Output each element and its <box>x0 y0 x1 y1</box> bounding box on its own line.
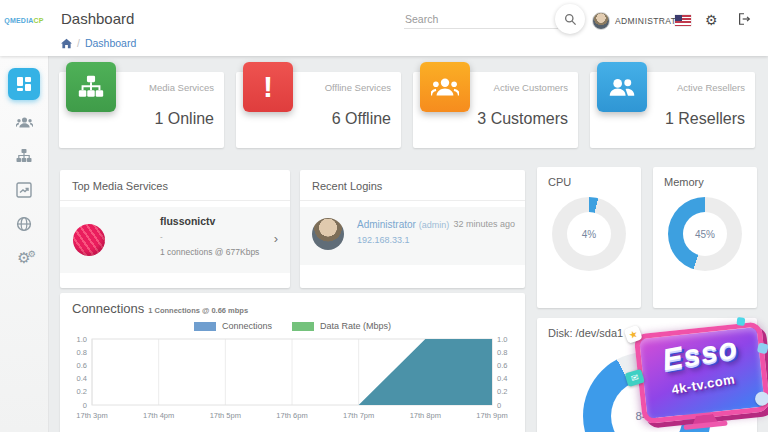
svg-text:0.6: 0.6 <box>497 361 507 370</box>
sidebar-item-network[interactable] <box>8 208 40 240</box>
panel-title: CPU <box>548 176 571 188</box>
legend-swatch-connections <box>194 322 216 331</box>
svg-text:0.4: 0.4 <box>497 374 507 383</box>
brand-primary: QMEDIA <box>4 17 33 24</box>
cpu-percent: 4% <box>552 197 626 271</box>
panel-title: Disk: /dev/sda1 <box>548 327 623 339</box>
top-media-services-panel: Top Media Services flussonictv - 1 conne… <box>60 170 290 288</box>
exclamation-icon: ! <box>243 62 293 112</box>
search-input[interactable] <box>404 10 558 29</box>
panel-title: Recent Logins <box>300 170 525 201</box>
login-time: 32 minutes ago <box>453 219 515 229</box>
svg-text:0.6: 0.6 <box>77 361 87 370</box>
legend-swatch-data-rate <box>292 322 314 331</box>
svg-text:1.0: 1.0 <box>77 335 87 344</box>
stat-label: Active Customers <box>494 82 568 93</box>
svg-text:17th 7pm: 17th 7pm <box>343 411 374 420</box>
legend-label: Data Rate (Mbps) <box>320 321 391 331</box>
flag-canton <box>675 15 682 21</box>
legend-item-connections[interactable]: Connections <box>194 321 272 331</box>
dashboard-app: QMEDIACP Dashboard / Dashboard ADMINISTR… <box>0 0 768 432</box>
sitemap-icon <box>16 148 32 164</box>
page-title: Dashboard <box>61 10 134 27</box>
svg-text:17th 5pm: 17th 5pm <box>210 411 241 420</box>
svg-text:1.0: 1.0 <box>497 335 507 344</box>
watermark-tv-base <box>683 420 727 430</box>
memory-panel: Memory 45% <box>653 167 757 308</box>
panel-title: Top Media Services <box>60 170 290 201</box>
search-button[interactable] <box>555 4 585 34</box>
svg-text:17th 4pm: 17th 4pm <box>143 411 174 420</box>
svg-text:0.2: 0.2 <box>497 387 507 396</box>
stat-card-active-resellers[interactable]: Active Resellers 1 Resellers <box>590 72 755 148</box>
svg-text:0.8: 0.8 <box>497 348 507 357</box>
stat-card-media-services[interactable]: Media Services 1 Online <box>59 72 224 148</box>
settings-gear-icon[interactable]: ⚙ <box>705 12 718 28</box>
login-user-name: Administrator <box>357 219 416 230</box>
connections-title: Connections <box>72 301 144 316</box>
sidebar-nav: ⚙⚙ <box>0 56 49 432</box>
recent-logins-panel: Recent Logins Administrator (admin) 192.… <box>300 170 525 288</box>
stat-value: 3 Customers <box>477 110 568 128</box>
chart-legend: Connections Data Rate (Mbps) <box>60 321 525 331</box>
svg-text:0.4: 0.4 <box>77 374 87 383</box>
svg-text:17th 8pm: 17th 8pm <box>410 411 441 420</box>
users-group-icon <box>420 62 470 112</box>
dashboard-grid-icon <box>16 76 32 92</box>
connections-panel: Connections1 Connections @ 0.66 mbps Con… <box>60 293 525 432</box>
panel-title: Memory <box>664 176 704 188</box>
breadcrumb: / Dashboard <box>61 37 136 49</box>
stat-card-active-customers[interactable]: Active Customers 3 Customers <box>413 72 578 148</box>
gears-icon: ⚙⚙ <box>17 251 30 266</box>
stat-card-offline-services[interactable]: ! Offline Services 6 Offline <box>236 72 401 148</box>
stat-value: 6 Offline <box>332 110 391 128</box>
breadcrumb-current[interactable]: Dashboard <box>85 37 136 49</box>
search-field <box>404 9 556 29</box>
legend-item-data-rate[interactable]: Data Rate (Mbps) <box>292 321 391 331</box>
home-icon[interactable] <box>61 38 72 49</box>
connections-subtitle: 1 Connections @ 0.66 mbps <box>148 306 248 315</box>
login-user[interactable]: Administrator (admin) <box>357 219 449 230</box>
login-ip[interactable]: 192.168.33.1 <box>357 235 410 245</box>
sidebar-item-statistics[interactable] <box>8 174 40 206</box>
svg-text:17th 3pm: 17th 3pm <box>76 411 107 420</box>
svg-text:0.8: 0.8 <box>77 348 87 357</box>
stat-label: Media Services <box>149 82 214 93</box>
sidebar-item-customers[interactable] <box>8 106 40 138</box>
decor-chip <box>736 317 745 326</box>
media-service-detail: 1 connections @ 677Kbps <box>160 247 259 257</box>
language-flag-us[interactable] <box>675 15 691 26</box>
media-service-sub: - <box>160 232 163 241</box>
sidebar-item-media-services[interactable] <box>8 140 40 172</box>
memory-donut-gauge: 45% <box>668 197 742 271</box>
svg-text:0: 0 <box>497 401 501 410</box>
stat-label: Offline Services <box>325 82 391 93</box>
watermark-tv-frame: Esso 4k-tv.com <box>634 321 768 424</box>
login-row: Administrator (admin) 192.168.33.1 32 mi… <box>300 207 525 265</box>
avatar <box>592 12 610 30</box>
stat-value: 1 Online <box>154 110 214 128</box>
panel-title: Connections1 Connections @ 0.66 mbps <box>72 301 248 316</box>
users-icon <box>16 114 33 131</box>
watermark-sticker: Esso 4k-tv.com ★ ✉ <box>627 315 768 432</box>
stat-value: 1 Resellers <box>665 110 745 128</box>
sidebar-item-dashboard[interactable] <box>8 68 40 100</box>
svg-text:0: 0 <box>83 401 87 410</box>
brand-secondary: CP <box>34 17 44 24</box>
flussonic-logo <box>73 224 105 256</box>
media-service-name: flussonictv <box>160 215 215 227</box>
chevron-right-icon[interactable]: › <box>274 231 278 246</box>
media-service-row[interactable]: flussonictv - 1 connections @ 677Kbps › <box>60 207 290 273</box>
two-users-icon <box>597 62 647 112</box>
header: QMEDIACP Dashboard / Dashboard ADMINISTR… <box>0 0 768 56</box>
legend-label: Connections <box>222 321 272 331</box>
brand-logo[interactable]: QMEDIACP <box>0 0 48 40</box>
sitemap-icon <box>66 62 116 112</box>
login-user-role: (admin) <box>419 220 450 230</box>
line-chart-icon <box>16 182 32 198</box>
sidebar-item-settings[interactable]: ⚙⚙ <box>8 242 40 274</box>
connections-chart: 1.01.00.80.80.60.60.40.40.20.20017th 3pm… <box>66 333 518 432</box>
logout-icon[interactable] <box>737 12 751 26</box>
stat-label: Active Resellers <box>677 82 745 93</box>
globe-icon <box>16 216 32 232</box>
